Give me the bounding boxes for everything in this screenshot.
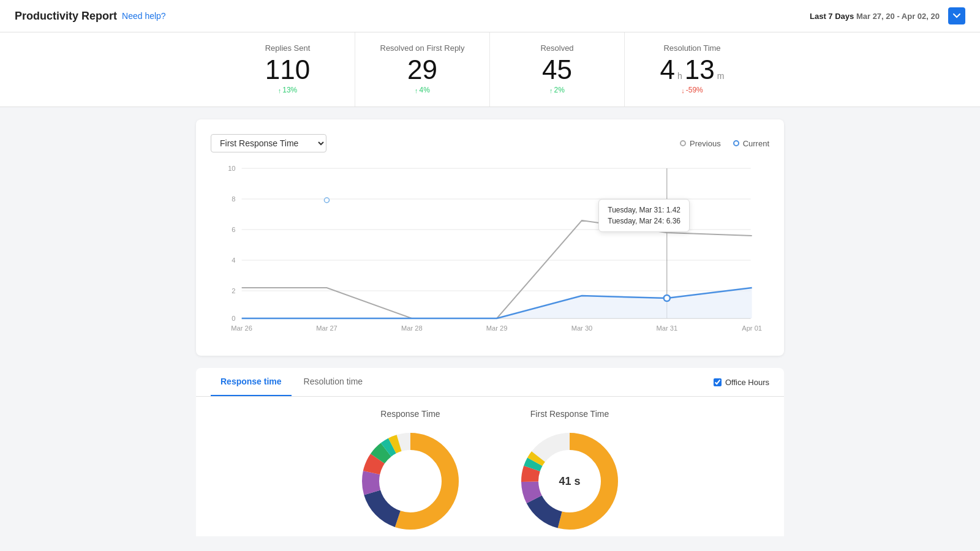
donut-chart-first-response: 41 s	[514, 426, 625, 536]
date-prefix: Last 7 Days Mar 27, 20 - Apr 02, 20	[810, 12, 940, 21]
donut-title: First Response Time	[514, 409, 625, 419]
stat-value: 4	[660, 56, 675, 83]
stat-value: 29	[407, 56, 437, 83]
stat-value2: 13	[685, 56, 715, 83]
donut-response-time: Response Time	[355, 409, 466, 536]
office-hours-toggle[interactable]: Office Hours	[714, 378, 769, 387]
donut-center-value: 41 s	[559, 475, 580, 488]
svg-text:Mar 29: Mar 29	[486, 324, 508, 332]
arrow-up-icon	[278, 84, 282, 96]
page-header: Productivity Report Need help? Last 7 Da…	[0, 0, 980, 32]
chart-svg: 10 8 6 4 2 0 Mar 26 Mar 27 Mar 28 Mar 29…	[211, 162, 769, 346]
arrow-down-icon	[681, 84, 685, 96]
bottom-section: Response time Resolution time Office Hou…	[196, 368, 784, 536]
svg-text:Mar 26: Mar 26	[231, 324, 252, 332]
legend-current: Current	[733, 139, 769, 148]
stat-unit-m: m	[717, 71, 725, 81]
office-hours-checkbox[interactable]	[714, 378, 722, 386]
stat-resolved: Resolved 45 2%	[490, 32, 625, 107]
chevron-down-icon	[953, 13, 960, 18]
svg-text:4: 4	[232, 257, 235, 264]
svg-text:Mar 30: Mar 30	[571, 324, 593, 332]
date-range-dropdown-button[interactable]	[948, 7, 965, 24]
stat-label: Resolved on First Reply	[370, 43, 475, 53]
legend-previous: Previous	[680, 139, 721, 148]
stat-resolution-time: Resolution Time 4 h 13 m -59%	[625, 32, 760, 107]
svg-text:6: 6	[232, 226, 235, 233]
help-link[interactable]: Need help?	[122, 11, 166, 21]
svg-text:8: 8	[232, 195, 235, 203]
svg-text:Mar 28: Mar 28	[401, 324, 423, 332]
tab-response-time[interactable]: Response time	[211, 368, 292, 396]
legend-curr-label: Current	[743, 139, 769, 148]
svg-text:Apr 01: Apr 01	[742, 324, 762, 332]
chart-header: First Response Time Resolution Time Repl…	[211, 134, 769, 152]
stat-unit-h: h	[677, 71, 682, 81]
chart-metric-select[interactable]: First Response Time Resolution Time Repl…	[211, 134, 326, 152]
stat-replies-sent: Replies Sent 110 13%	[221, 32, 355, 107]
svg-text:Mar 31: Mar 31	[656, 324, 677, 332]
donuts-row: Response Time	[196, 397, 784, 536]
stat-change: 13%	[235, 84, 340, 96]
stats-row: Replies Sent 110 13% Resolved on First R…	[0, 32, 980, 107]
donut-first-response-time: First Response Time 41 s	[514, 409, 625, 536]
arrow-up-icon	[549, 84, 553, 96]
chart-legend: Previous Current	[680, 139, 769, 148]
legend-prev-dot	[680, 140, 686, 146]
legend-prev-label: Previous	[690, 139, 721, 148]
stat-change: 2%	[505, 84, 609, 96]
stat-value: 45	[542, 56, 572, 83]
previous-data-point	[324, 198, 329, 203]
donut-chart-response	[355, 426, 466, 536]
page-title: Productivity Report	[15, 10, 117, 23]
stat-label: Resolution Time	[639, 43, 745, 53]
arrow-up-icon	[415, 84, 418, 96]
stat-resolved-first-reply: Resolved on First Reply 29 4%	[355, 32, 490, 107]
donut-title: Response Time	[355, 409, 466, 419]
svg-text:Mar 27: Mar 27	[316, 324, 337, 332]
stat-change: 4%	[370, 84, 475, 96]
chart-section: First Response Time Resolution Time Repl…	[196, 119, 784, 356]
tabs-left: Response time Resolution time	[211, 368, 375, 396]
chart-area: 10 8 6 4 2 0 Mar 26 Mar 27 Mar 28 Mar 29…	[211, 162, 769, 346]
stat-value: 110	[265, 56, 310, 83]
svg-text:10: 10	[228, 165, 235, 172]
stat-label: Replies Sent	[235, 43, 340, 53]
tab-resolution-time[interactable]: Resolution time	[294, 368, 373, 396]
tabs-row: Response time Resolution time Office Hou…	[196, 368, 784, 397]
legend-curr-dot	[733, 140, 739, 146]
svg-text:2: 2	[232, 287, 235, 294]
stat-change: -59%	[639, 84, 745, 96]
current-line-hover-dot	[664, 295, 670, 301]
stat-label: Resolved	[505, 43, 609, 53]
svg-text:0: 0	[232, 315, 235, 322]
svg-marker-21	[242, 287, 752, 318]
office-hours-label: Office Hours	[725, 378, 769, 387]
